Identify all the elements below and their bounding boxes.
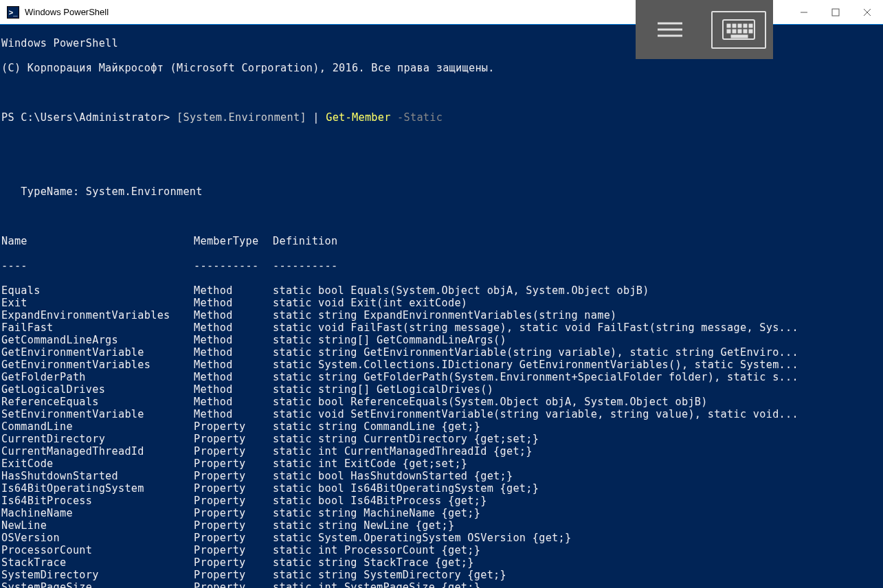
keyboard-button[interactable] — [711, 11, 766, 49]
table-row: CurrentDirectoryPropertystatic string Cu… — [1, 433, 882, 445]
svg-rect-14 — [733, 30, 736, 33]
table-row: GetLogicalDrivesMethodstatic string[] Ge… — [1, 383, 882, 396]
table-row: CurrentManagedThreadIdPropertystatic int… — [1, 445, 882, 457]
copyright-line: (C) Корпорация Майкрософт (Microsoft Cor… — [1, 62, 882, 74]
keyboard-icon — [722, 19, 756, 41]
member-type: Property — [194, 556, 273, 569]
member-type: Method — [194, 346, 273, 359]
table-row: Is64BitOperatingSystemPropertystatic boo… — [1, 482, 882, 495]
member-definition: static string CurrentDirectory {get;set;… — [273, 433, 878, 445]
member-list: EqualsMethodstatic bool Equals(System.Ob… — [1, 284, 882, 588]
member-definition: static string NewLine {get;} — [273, 519, 878, 532]
member-type: Property — [194, 420, 273, 433]
member-definition: static int ProcessorCount {get;} — [273, 544, 878, 556]
member-name: Is64BitProcess — [1, 495, 194, 507]
member-definition: static System.Collections.IDictionary Ge… — [273, 359, 878, 371]
close-icon — [863, 8, 871, 16]
member-name: OSVersion — [1, 532, 194, 544]
table-row: GetCommandLineArgsMethodstatic string[] … — [1, 334, 882, 346]
member-type: Method — [194, 396, 273, 408]
svg-rect-9 — [733, 24, 736, 27]
svg-rect-12 — [749, 24, 752, 27]
member-name: ExpandEnvironmentVariables — [1, 309, 194, 321]
member-definition: static string GetEnvironmentVariable(str… — [273, 346, 878, 359]
table-row: NewLinePropertystatic string NewLine {ge… — [1, 519, 882, 532]
table-row: MachineNamePropertystatic string Machine… — [1, 507, 882, 519]
member-type: Method — [194, 309, 273, 321]
member-definition: static void SetEnvironmentVariable(strin… — [273, 408, 878, 420]
table-row: EqualsMethodstatic bool Equals(System.Ob… — [1, 284, 882, 297]
member-name: Exit — [1, 297, 194, 309]
maximize-icon — [831, 8, 840, 16]
close-button[interactable] — [851, 0, 883, 24]
pipe: | — [306, 111, 326, 124]
member-definition: static string ExpandEnvironmentVariables… — [273, 309, 878, 321]
member-name: SystemPageSize — [1, 581, 194, 588]
member-type: Property — [194, 544, 273, 556]
maximize-button[interactable] — [820, 0, 851, 24]
member-type: Property — [194, 495, 273, 507]
table-row: GetFolderPathMethodstatic string GetFold… — [1, 371, 882, 383]
member-name: GetFolderPath — [1, 371, 194, 383]
member-type: Method — [194, 334, 273, 346]
member-name: ProcessorCount — [1, 544, 194, 556]
cmdlet-name: Get-Member — [326, 111, 390, 124]
svg-rect-10 — [738, 24, 741, 27]
member-type: Method — [194, 408, 273, 420]
member-name: StackTrace — [1, 556, 194, 569]
terminal-output[interactable]: Windows PowerShell (C) Корпорация Майкро… — [0, 25, 883, 588]
table-row: GetEnvironmentVariableMethodstatic strin… — [1, 346, 882, 359]
member-type: Method — [194, 321, 273, 334]
member-definition: static System.OperatingSystem OSVersion … — [273, 532, 878, 544]
member-definition: static string[] GetCommandLineArgs() — [273, 334, 878, 346]
member-type: Property — [194, 433, 273, 445]
col-name-header: Name — [1, 235, 194, 247]
window-controls — [788, 0, 883, 24]
member-type: Method — [194, 284, 273, 297]
minimize-button[interactable] — [788, 0, 820, 24]
table-row: HasShutdownStartedPropertystatic bool Ha… — [1, 470, 882, 482]
member-definition: static string[] GetLogicalDrives() — [273, 383, 878, 396]
member-definition: static string GetFolderPath(System.Envir… — [273, 371, 878, 383]
command-line: PS C:\Users\Administrator> [System.Envir… — [1, 111, 882, 124]
member-definition: static int ExitCode {get;set;} — [273, 457, 878, 470]
member-definition: static int SystemPageSize {get;} — [273, 581, 878, 588]
hamburger-icon — [655, 19, 685, 40]
member-name: ExitCode — [1, 457, 194, 470]
member-name: HasShutdownStarted — [1, 470, 194, 482]
sep: ---------- — [194, 260, 273, 272]
table-header: NameMemberTypeDefinition — [1, 235, 882, 247]
member-definition: static string SystemDirectory {get;} — [273, 569, 878, 581]
prompt: PS C:\Users\Administrator> — [1, 111, 170, 124]
member-definition: static string StackTrace {get;} — [273, 556, 878, 569]
sep: ---- — [1, 260, 194, 272]
table-row: CommandLinePropertystatic string Command… — [1, 420, 882, 433]
typename-line: TypeName: System.Environment — [1, 185, 882, 198]
blank-line — [1, 136, 882, 148]
table-row: ProcessorCountPropertystatic int Process… — [1, 544, 882, 556]
parameter: -Static — [391, 111, 443, 124]
table-row: StackTracePropertystatic string StackTra… — [1, 556, 882, 569]
app-icon: >_ — [0, 6, 21, 19]
svg-rect-18 — [731, 35, 748, 38]
member-type: Property — [194, 482, 273, 495]
table-row: ExpandEnvironmentVariablesMethodstatic s… — [1, 309, 882, 321]
member-definition: static bool ReferenceEquals(System.Objec… — [273, 396, 878, 408]
member-name: Is64BitOperatingSystem — [1, 482, 194, 495]
blank-line — [1, 161, 882, 173]
member-type: Property — [194, 581, 273, 588]
member-type: Property — [194, 445, 273, 457]
member-definition: static string MachineName {get;} — [273, 507, 878, 519]
member-type: Property — [194, 519, 273, 532]
member-type: Property — [194, 507, 273, 519]
member-type: Property — [194, 470, 273, 482]
menu-button[interactable] — [642, 11, 697, 49]
input-overlay-toolbar[interactable] — [636, 0, 773, 59]
type-literal: [System.Environment] — [177, 111, 306, 124]
member-type: Method — [194, 371, 273, 383]
member-name: FailFast — [1, 321, 194, 334]
svg-rect-16 — [744, 30, 747, 33]
minimize-icon — [800, 8, 808, 16]
member-name: CommandLine — [1, 420, 194, 433]
table-row: GetEnvironmentVariablesMethodstatic Syst… — [1, 359, 882, 371]
